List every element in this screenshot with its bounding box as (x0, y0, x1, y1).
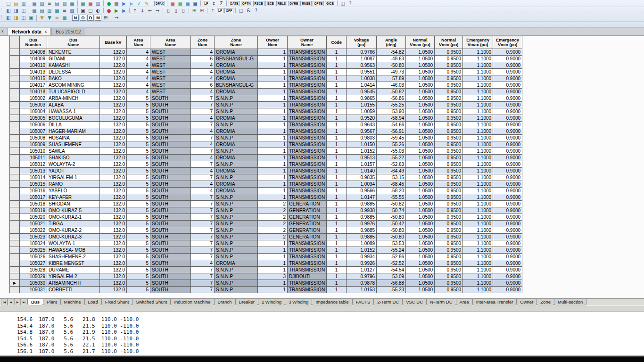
cell[interactable]: 4 (191, 62, 215, 69)
cell[interactable]: 1.0500 (406, 95, 435, 102)
branch-grid-icon[interactable]: ▤ (38, 8, 46, 14)
cell[interactable]: TRANSMISSION (288, 49, 327, 56)
cell[interactable]: 1 (258, 280, 288, 287)
cell[interactable]: 1 (327, 240, 347, 247)
toolbar-grip[interactable] (1, 15, 3, 20)
cell[interactable]: 5 (127, 135, 150, 141)
spreadsheet-view-icon[interactable]: ▦ (31, 0, 38, 7)
sheet-tab-2-term-dc[interactable]: 2-Term DC (373, 299, 403, 305)
cell[interactable]: -56.86 (377, 95, 406, 102)
cell[interactable]: 104013 (20, 69, 47, 75)
cell[interactable]: 0.9000 (493, 227, 522, 234)
cell[interactable]: 0.9000 (493, 273, 522, 280)
cell[interactable]: 0.9500 (435, 161, 463, 168)
cell[interactable]: 132.0 (100, 221, 127, 227)
cell[interactable]: 7 (191, 287, 215, 293)
cell[interactable]: 1.1000 (463, 155, 493, 161)
cell[interactable]: S.N.N.P (215, 148, 258, 155)
cell[interactable]: 1.0500 (406, 62, 435, 69)
row-header[interactable] (10, 141, 20, 148)
cell[interactable]: 1 (258, 161, 288, 168)
cell[interactable]: TRANSMISSION (288, 115, 327, 122)
cell[interactable]: SOUTH (150, 122, 191, 128)
filter-clear-icon[interactable]: ▼ (46, 15, 53, 21)
cell[interactable]: SOUTH (150, 102, 191, 108)
cell[interactable]: 0.9500 (435, 240, 463, 247)
cell[interactable]: 104018 (20, 89, 47, 95)
sheet-tab-impedance-table[interactable]: Impedance table (312, 299, 352, 305)
cell[interactable]: 1.1000 (463, 234, 493, 240)
cell[interactable]: 1 (327, 168, 347, 174)
cell[interactable]: 0.9500 (435, 135, 463, 141)
cell[interactable]: 4 (191, 89, 215, 95)
cell[interactable]: 1.1000 (463, 280, 493, 287)
cell[interactable]: 0.9500 (435, 95, 463, 102)
cell[interactable]: 0.9934 (347, 254, 377, 260)
tab-close-icon[interactable]: x (45, 28, 47, 35)
cell[interactable]: -58.94 (377, 115, 406, 122)
cell[interactable]: 1.0500 (406, 201, 435, 207)
cell[interactable]: SOUTH (150, 234, 191, 240)
cell[interactable]: 7 (191, 240, 215, 247)
cell[interactable]: 0.9000 (493, 89, 522, 95)
cell[interactable]: -53.90 (377, 108, 406, 115)
cell[interactable]: SHASHEMENE (47, 141, 100, 148)
pane-splitter[interactable] (0, 305, 644, 312)
cell[interactable]: 1.0500 (406, 168, 435, 174)
row-header[interactable] (10, 69, 20, 75)
cell[interactable]: -50.80 (377, 227, 406, 234)
cell[interactable]: 7 (191, 161, 215, 168)
raise-icon[interactable]: ↑ (209, 8, 216, 14)
cell[interactable]: GENERATION (288, 221, 327, 227)
cell[interactable]: 1 (327, 227, 347, 234)
cell[interactable]: KIBRE MENGST (47, 260, 100, 267)
cell[interactable]: 1.0500 (406, 155, 435, 161)
cell[interactable]: 1.0500 (406, 161, 435, 168)
cell[interactable]: 0.9885 (347, 227, 377, 234)
cell[interactable]: OROMIA (215, 49, 258, 56)
cell[interactable]: 1 (327, 194, 347, 201)
cell[interactable]: 1 (327, 141, 347, 148)
cell[interactable]: 1.1000 (463, 181, 493, 188)
cell[interactable]: 1.1000 (463, 148, 493, 155)
cell[interactable]: TRANSMISSION (288, 247, 327, 254)
date-button[interactable]: DATE (229, 1, 239, 6)
cell[interactable]: 5 (127, 115, 150, 122)
cell[interactable]: 105004 (20, 108, 47, 115)
cell[interactable]: TRANSMISSION (288, 122, 327, 128)
cell[interactable]: WEST (150, 82, 191, 89)
cell[interactable]: -55.03 (377, 148, 406, 155)
cell[interactable]: 1 (327, 155, 347, 161)
cell[interactable]: SOUTH (150, 115, 191, 122)
cell[interactable]: 1.1000 (463, 62, 493, 69)
frame-b-icon[interactable]: ▯ (172, 8, 180, 14)
toggle-icon[interactable]: ◐ (94, 8, 102, 14)
cell[interactable]: -64.49 (377, 168, 406, 174)
cell[interactable]: DURAME (47, 267, 100, 273)
cell[interactable]: 0.9000 (493, 161, 522, 168)
cell[interactable]: -50.42 (377, 221, 406, 227)
cell[interactable]: TRANSMISSION (288, 128, 327, 135)
rsce-button[interactable]: RSCE (253, 1, 264, 6)
sheet-tab-inter-area-transfer[interactable]: Inter-area Transfer (472, 299, 517, 305)
step-icon[interactable]: ▶ (128, 0, 135, 7)
cell[interactable]: 0.9500 (435, 194, 463, 201)
cell[interactable]: 0.9000 (493, 75, 522, 82)
cell[interactable]: 132.0 (100, 247, 127, 254)
cell[interactable]: 7 (191, 201, 215, 207)
cell[interactable]: 105027 (20, 260, 47, 267)
cell[interactable]: TIRGA (47, 221, 100, 227)
cell[interactable]: 5 (127, 254, 150, 260)
back-icon[interactable]: ← (146, 8, 154, 14)
cell[interactable]: 0.9976 (347, 221, 377, 227)
column-header[interactable]: Code (327, 36, 347, 49)
check-data-icon[interactable]: ✓ (135, 0, 143, 7)
cell[interactable]: 132.0 (100, 49, 127, 56)
cell[interactable]: 3 (258, 273, 288, 280)
cell[interactable]: 0.9500 (435, 181, 463, 188)
cell[interactable]: 1.0152 (347, 148, 377, 155)
cell[interactable]: -52.52 (377, 260, 406, 267)
cell[interactable]: 0.9000 (493, 62, 522, 69)
cell[interactable]: 0.9500 (435, 201, 463, 207)
cell[interactable]: 1.0500 (406, 181, 435, 188)
